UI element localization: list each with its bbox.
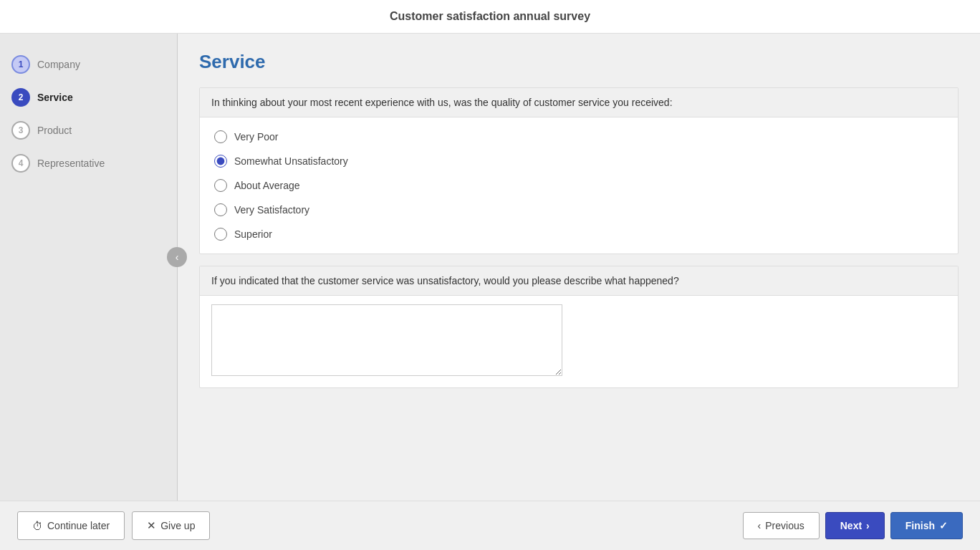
footer-left-actions: ⏱ Continue later ✕ Give up bbox=[17, 511, 210, 540]
radio-very-poor[interactable] bbox=[214, 130, 227, 143]
question-block-2: If you indicated that the customer servi… bbox=[199, 266, 959, 388]
sidebar-label-representative: Representative bbox=[37, 158, 105, 169]
continue-later-button[interactable]: ⏱ Continue later bbox=[17, 511, 125, 540]
step-circle-2: 2 bbox=[11, 88, 30, 107]
sidebar-toggle-button[interactable]: ‹ bbox=[167, 247, 187, 267]
page-header: Customer satisfaction annual survey bbox=[0, 0, 980, 34]
sidebar-item-representative[interactable]: 4 Representative bbox=[0, 147, 177, 180]
chevron-left-icon: ‹ bbox=[176, 251, 179, 263]
previous-label: Previous bbox=[765, 520, 804, 531]
sidebar-label-service: Service bbox=[37, 92, 73, 103]
finish-button[interactable]: Finish ✓ bbox=[890, 512, 963, 539]
question-block-1: In thinking about your most recent exper… bbox=[199, 87, 959, 254]
sidebar-label-product: Product bbox=[37, 125, 72, 136]
sidebar-label-company: Company bbox=[37, 59, 80, 70]
step-circle-4: 4 bbox=[11, 154, 30, 173]
radio-about-average[interactable] bbox=[214, 179, 227, 192]
give-up-button[interactable]: ✕ Give up bbox=[132, 511, 210, 540]
option-very-poor[interactable]: Very Poor bbox=[211, 125, 946, 149]
option-very-satisfactory-label: Very Satisfactory bbox=[234, 204, 309, 216]
question-1-options: Very Poor Somewhat Unsatisfactory About … bbox=[200, 117, 958, 254]
textarea-block bbox=[200, 296, 958, 387]
unsatisfactory-description-input[interactable] bbox=[211, 304, 562, 376]
continue-later-label: Continue later bbox=[47, 520, 110, 531]
question-1-header: In thinking about your most recent exper… bbox=[200, 88, 958, 117]
sidebar-item-service[interactable]: 2 Service bbox=[0, 81, 177, 114]
give-up-label: Give up bbox=[160, 520, 195, 531]
chevron-right-icon: › bbox=[866, 520, 870, 531]
question-1-text: In thinking about your most recent exper… bbox=[211, 97, 673, 108]
option-very-satisfactory[interactable]: Very Satisfactory bbox=[211, 198, 946, 222]
header-title: Customer satisfaction annual survey bbox=[390, 10, 590, 22]
option-about-average-label: About Average bbox=[234, 180, 300, 191]
next-label: Next bbox=[840, 520, 862, 531]
option-somewhat-unsatisfactory[interactable]: Somewhat Unsatisfactory bbox=[211, 149, 946, 173]
question-2-header: If you indicated that the customer servi… bbox=[200, 266, 958, 296]
radio-superior[interactable] bbox=[214, 228, 227, 241]
footer-right-actions: ‹ Previous Next › Finish ✓ bbox=[743, 512, 963, 539]
page-title: Service bbox=[199, 51, 959, 73]
chevron-left-nav-icon: ‹ bbox=[758, 520, 762, 531]
sidebar-item-company[interactable]: 1 Company bbox=[0, 48, 177, 81]
option-superior-label: Superior bbox=[234, 228, 272, 240]
main-content: Service In thinking about your most rece… bbox=[178, 34, 980, 501]
step-circle-3: 3 bbox=[11, 121, 30, 140]
radio-very-satisfactory[interactable] bbox=[214, 203, 227, 216]
sidebar-item-product[interactable]: 3 Product bbox=[0, 114, 177, 147]
question-2-text: If you indicated that the customer servi… bbox=[211, 275, 679, 286]
sidebar: 1 Company 2 Service 3 Product 4 Represen… bbox=[0, 34, 178, 501]
next-button[interactable]: Next › bbox=[825, 512, 885, 539]
clock-icon: ⏱ bbox=[32, 520, 43, 532]
footer: ⏱ Continue later ✕ Give up ‹ Previous Ne… bbox=[0, 501, 980, 550]
finish-label: Finish bbox=[905, 520, 935, 531]
step-circle-1: 1 bbox=[11, 55, 30, 74]
option-superior[interactable]: Superior bbox=[211, 222, 946, 246]
x-circle-icon: ✕ bbox=[147, 519, 156, 532]
option-about-average[interactable]: About Average bbox=[211, 173, 946, 198]
option-very-poor-label: Very Poor bbox=[234, 131, 278, 143]
previous-button[interactable]: ‹ Previous bbox=[743, 512, 820, 539]
radio-somewhat-unsatisfactory[interactable] bbox=[214, 155, 227, 168]
checkmark-icon: ✓ bbox=[939, 520, 948, 531]
option-somewhat-unsatisfactory-label: Somewhat Unsatisfactory bbox=[234, 155, 348, 167]
